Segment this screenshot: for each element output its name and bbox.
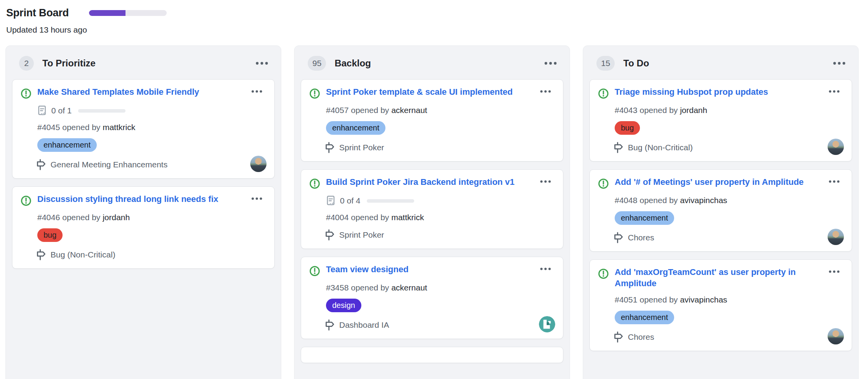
issue-card[interactable]: Build Sprint Poker Jira Backend integrat… (301, 169, 563, 249)
column-count-badge: 15 (596, 56, 615, 71)
task-count-text: 0 of 1 (51, 106, 72, 115)
issue-card[interactable]: Team view designed #3458 opened by acker… (301, 257, 563, 339)
kebab-icon (833, 61, 846, 65)
issue-meta: #3458 opened by ackernaut (326, 283, 555, 292)
issue-title-link[interactable]: Discussion styling thread long link need… (37, 194, 243, 205)
labels-row: design (326, 299, 555, 312)
card-menu-button[interactable] (824, 268, 844, 276)
label-pill[interactable]: enhancement (615, 211, 674, 225)
issue-author: jordanh (103, 213, 130, 222)
issue-card[interactable]: Discussion styling thread long link need… (12, 186, 275, 269)
column-to-do: 15 To Do Triage missing Hubspot prop upd… (583, 45, 859, 379)
issue-meta: #4048 opened by avivapinchas (615, 196, 844, 205)
issue-title-link[interactable]: Make Shared Templates Mobile Friendly (37, 87, 243, 98)
column-menu-button[interactable] (540, 59, 561, 68)
milestone-name: General Meeting Enhancements (51, 160, 167, 169)
task-progress-bar (78, 109, 125, 113)
milestone-row: Sprint Poker (324, 142, 555, 153)
assignee-avatar[interactable] (828, 139, 844, 155)
issue-author: mattkrick (391, 213, 424, 222)
kebab-icon (540, 267, 551, 271)
milestone-icon (613, 142, 624, 153)
card-top-row: Sprint Poker template & scale UI impleme… (309, 87, 555, 99)
label-pill[interactable]: bug (615, 121, 640, 135)
card-menu-button[interactable] (536, 177, 555, 186)
kebab-icon (255, 61, 268, 65)
issue-title-link[interactable]: Triage missing Hubspot prop updates (615, 87, 821, 98)
issue-card[interactable]: Add '# of Meetings' user property in Amp… (589, 169, 852, 252)
issue-author: ackernaut (391, 106, 427, 115)
card-menu-button[interactable] (824, 177, 844, 186)
label-pill[interactable]: bug (37, 228, 63, 242)
labels-row: bug (615, 121, 844, 135)
milestone-icon (36, 159, 47, 170)
issue-title-link[interactable]: Build Sprint Poker Jira Backend integrat… (326, 177, 532, 188)
issue-title-link[interactable]: Team view designed (326, 264, 532, 275)
issue-author: ackernaut (391, 283, 427, 292)
card-menu-button[interactable] (247, 87, 267, 96)
issue-number-opened-by: #4004 opened by (326, 213, 389, 222)
label-pill[interactable]: enhancement (326, 121, 385, 135)
assignee-avatar[interactable] (250, 156, 267, 172)
issue-opened-icon (598, 178, 609, 190)
card-top-row: Add '# of Meetings' user property in Amp… (598, 177, 844, 190)
issue-number-opened-by: #3458 opened by (326, 283, 389, 292)
card-top-row: Build Sprint Poker Jira Backend integrat… (309, 177, 555, 190)
column-menu-button[interactable] (829, 59, 850, 68)
labels-row: enhancement (37, 138, 267, 152)
issue-card[interactable]: Add 'maxOrgTeamCount' as user property i… (589, 259, 852, 351)
card-menu-button[interactable] (536, 265, 555, 273)
kebab-icon (828, 90, 840, 93)
issue-opened-icon (598, 88, 609, 99)
label-pill[interactable]: enhancement (615, 311, 674, 324)
issue-number-opened-by: #4045 opened by (37, 123, 100, 132)
issue-title-link[interactable]: Sprint Poker template & scale UI impleme… (326, 87, 532, 98)
label-pill[interactable]: design (326, 299, 361, 312)
assignee-avatar[interactable] (828, 229, 844, 245)
issue-number-opened-by: #4057 opened by (326, 106, 389, 115)
column-menu-button[interactable] (251, 59, 272, 68)
assignee-avatar[interactable] (828, 328, 844, 344)
kebab-icon (544, 61, 557, 65)
column-header: 95 Backlog (301, 46, 563, 79)
issue-author: avivapinchas (680, 196, 727, 205)
issue-number-opened-by: #4046 opened by (37, 213, 100, 222)
board-progress-fill (89, 10, 125, 16)
kebab-icon (251, 197, 263, 200)
milestone-icon (324, 142, 335, 153)
milestone-icon (324, 319, 335, 331)
issue-card[interactable]: Sprint Poker template & scale UI impleme… (301, 79, 563, 162)
issue-meta: #4051 opened by avivapinchas (615, 295, 844, 304)
issue-author: avivapinchas (680, 295, 727, 304)
task-progress-bar (367, 199, 414, 203)
column-backlog: 95 Backlog Sprint Poker template & scale… (294, 45, 570, 379)
card-top-row: Make Shared Templates Mobile Friendly (20, 87, 267, 99)
issue-card[interactable]: Make Shared Templates Mobile Friendly 0 … (12, 79, 275, 179)
issue-card-partial[interactable] (301, 347, 563, 363)
card-menu-button[interactable] (824, 87, 844, 96)
milestone-row: Chores (613, 331, 844, 343)
issue-title-link[interactable]: Add '# of Meetings' user property in Amp… (615, 177, 821, 188)
issue-number-opened-by: #4043 opened by (615, 106, 678, 115)
issue-author: jordanh (680, 106, 707, 115)
issue-card[interactable]: Triage missing Hubspot prop updates #404… (589, 79, 852, 162)
assignee-avatar[interactable] (539, 316, 555, 332)
kanban-board: 2 To Prioritize Make Shared Templates Mo… (0, 45, 868, 379)
milestone-row: Dashboard IA (324, 319, 555, 331)
card-menu-button[interactable] (536, 87, 555, 96)
milestone-icon (613, 232, 624, 243)
milestone-name: Chores (628, 233, 654, 242)
issue-meta: #4045 opened by mattkrick (37, 123, 267, 132)
column-count-badge: 95 (308, 56, 326, 71)
column-title: To Do (623, 58, 829, 69)
board-title-row: Sprint Board (6, 7, 868, 19)
issue-opened-icon (309, 178, 321, 190)
issue-title-link[interactable]: Add 'maxOrgTeamCount' as user property i… (615, 267, 821, 289)
updated-timestamp: Updated 13 hours ago (6, 25, 868, 35)
issue-meta: #4046 opened by jordanh (37, 213, 267, 222)
issue-number-opened-by: #4048 opened by (615, 196, 678, 205)
label-pill[interactable]: enhancement (37, 138, 97, 152)
milestone-name: Sprint Poker (339, 143, 384, 152)
milestone-row: Chores (613, 232, 844, 243)
card-menu-button[interactable] (247, 195, 267, 203)
